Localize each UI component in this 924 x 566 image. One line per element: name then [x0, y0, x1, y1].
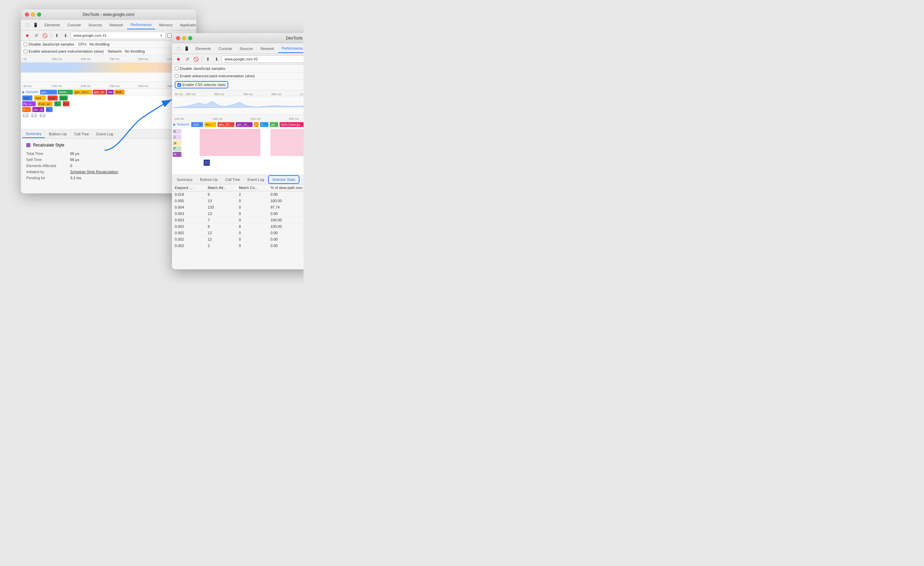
- titlebar-front: DevTools - www.google.com/: [172, 33, 303, 43]
- timeline-tracks-front[interactable]: NET: [172, 96, 303, 115]
- cell-match-att-6: 8: [205, 223, 236, 230]
- net-seg-desk: deskt...: [58, 90, 73, 95]
- enable-css-selector-checkbox[interactable]: Enable CSS selector stats: [177, 83, 226, 87]
- tab-sources-back[interactable]: Sources: [85, 21, 105, 29]
- tab-summary-front[interactable]: Summary: [173, 176, 196, 183]
- titlebar-back: DevTools - www.google.com/: [21, 9, 196, 20]
- col-match-co[interactable]: Match Co...: [236, 184, 268, 191]
- flame-eval: Eval...ipt: [38, 101, 52, 106]
- tab-elements-back[interactable]: Elements: [41, 21, 63, 29]
- flame-label-ja: ja: [172, 140, 182, 146]
- traffic-lights-back[interactable]: [25, 12, 41, 17]
- tab-bottom-up-back[interactable]: Bottom-Up: [45, 130, 70, 138]
- download-btn-front[interactable]: ⬇: [213, 55, 220, 63]
- table-row[interactable]: 0.004 133 0 97.74 .HG1dvd > * Line 58:42…: [172, 204, 303, 211]
- tab-bottom-up-front[interactable]: Bottom-Up: [196, 176, 221, 183]
- screenshot-checkbox-back[interactable]: [167, 33, 172, 38]
- table-row[interactable]: 0.018 6 2 0.00 :root Line 1:1 , Line 1:5…: [172, 191, 303, 198]
- summary-row-pending: Pending for 3.2 ms: [26, 176, 191, 180]
- refresh-btn-back[interactable]: ↺: [32, 32, 40, 39]
- inspect-icon-front[interactable]: ⬚: [175, 45, 182, 52]
- tab-summary-back[interactable]: Summary: [22, 130, 45, 138]
- minimize-button-front[interactable]: [182, 36, 186, 40]
- table-row[interactable]: 0.003 13 0 0.00 a:-webkit-any-link:read-…: [172, 211, 303, 217]
- network-row-back: ▶ Network goo... deskt... gen_204 (... g…: [21, 89, 196, 95]
- tab-call-tree-back[interactable]: Call Tree: [71, 130, 92, 138]
- maximize-button-back[interactable]: [37, 12, 41, 17]
- disable-js-checkbox-back[interactable]: Disable JavaScript samples: [24, 42, 74, 46]
- download-btn-back[interactable]: ⬇: [62, 32, 69, 39]
- toolbar-front: ● ↺ 🚫 ⬆ ⬇ www.google.com #2 ▼ Screenshot…: [172, 54, 303, 65]
- flame-chart-back[interactable]: Task Task Task Task Pa...L Eval...ipt F.…: [21, 95, 196, 129]
- close-button-front[interactable]: [176, 36, 180, 40]
- net-f-gen1: gen_20...: [218, 122, 234, 127]
- tab-elements-front[interactable]: Elements: [192, 45, 214, 53]
- tab-performance-back[interactable]: Performance: [127, 21, 155, 29]
- device-icon[interactable]: 📱: [32, 21, 39, 29]
- tab-event-log-front[interactable]: Event Log: [244, 176, 268, 183]
- sort-arrow-elapsed: ↓: [193, 186, 195, 190]
- tab-application-back[interactable]: Application: [177, 21, 196, 29]
- url-dropdown-icon: ▼: [159, 34, 163, 38]
- tab-event-log-back[interactable]: Event Log: [93, 130, 117, 138]
- table-row[interactable]: 0.003 7 0 100.00 .CqmPRe:active .oXqZxc …: [172, 217, 303, 223]
- col-slow-path[interactable]: % of slow-path non-m...: [268, 184, 303, 191]
- table-row[interactable]: 0.002 12 0 0.00 input[type="search" i] U…: [172, 230, 303, 236]
- tab-console-back[interactable]: Console: [64, 21, 84, 29]
- net-seg-gen204-1: gen_204 (...: [74, 90, 92, 95]
- inspect-icon[interactable]: ⬚: [24, 21, 31, 29]
- close-button-back[interactable]: [25, 12, 29, 17]
- tab-network-front[interactable]: Network: [257, 45, 278, 53]
- table-row[interactable]: 0.002 12 0 0.00 input[type="range" i]:di…: [172, 236, 303, 243]
- cell-match-att-4: 13: [205, 211, 236, 217]
- flame-row-1-back: Task Task Task Task: [21, 95, 196, 101]
- table-row[interactable]: 0.002 2 0 0.00 img:is([sizes="auto" i], …: [172, 243, 303, 249]
- cell-match-co-2: 0: [236, 198, 268, 204]
- clear-btn-front[interactable]: 🚫: [192, 55, 200, 63]
- flame-selected-block[interactable]: [204, 160, 210, 166]
- record-btn-front[interactable]: ●: [175, 55, 182, 63]
- upload-btn-back[interactable]: ⬆: [53, 32, 60, 39]
- minimize-button-back[interactable]: [31, 12, 35, 17]
- device-icon-front[interactable]: 📱: [183, 45, 190, 52]
- table-row[interactable]: 0.002 8 8 100.00 svg:not(:root) Unable t…: [172, 223, 303, 230]
- flame-chart-front[interactable]: K J ja F H (...) gJa: [172, 128, 303, 175]
- cell-match-att-7: 12: [205, 230, 236, 236]
- traffic-lights-front[interactable]: [176, 36, 192, 40]
- cell-slow-path-1: 0.00: [268, 191, 303, 198]
- cpu-track-back: [21, 62, 196, 72]
- tab-performance-front[interactable]: Performance: [278, 44, 303, 53]
- window-title-front: DevTools - www.google.com/: [286, 36, 303, 41]
- col-match-att[interactable]: Match Att...: [205, 184, 236, 191]
- url-bar-front[interactable]: www.google.com #2 ▼: [222, 55, 303, 63]
- tab-sources-front[interactable]: Sources: [236, 45, 256, 53]
- url-bar-back[interactable]: www.google.com #1 ▼: [70, 32, 166, 39]
- tab-call-tree-front[interactable]: Call Tree: [222, 176, 243, 183]
- maximize-button-front[interactable]: [188, 36, 192, 40]
- flame-task-3: Task: [48, 95, 58, 101]
- flame-main-area[interactable]: (...) gJa sJa m... v... (...) —...: [183, 128, 303, 175]
- tab-selector-stats-front[interactable]: Selector Stats: [268, 175, 299, 184]
- cell-match-co-6: 8: [236, 223, 268, 230]
- cell-elapsed-8: 0.002: [172, 236, 205, 243]
- timeline-tracks-back[interactable]: CPU: [21, 62, 196, 82]
- enable-css-selector-stats-container: Enable CSS selector stats: [175, 81, 228, 89]
- enable-paint-checkbox-back[interactable]: Enable advanced paint instrumentation (s…: [24, 49, 104, 53]
- sep1-back: [51, 33, 51, 38]
- tab-console-front[interactable]: Console: [215, 45, 236, 53]
- selector-stats-table-container[interactable]: Elapsed ... ↓ Match Att... Match Co... %…: [172, 184, 303, 269]
- record-btn-back[interactable]: ●: [24, 32, 31, 39]
- tab-network-back[interactable]: Network: [106, 21, 126, 29]
- cell-match-co-5: 0: [236, 217, 268, 223]
- flame-label-F: F: [172, 146, 182, 151]
- table-row[interactable]: 0.005 13 0 100.00 .gb_Uc a Unable to lin…: [172, 198, 303, 204]
- network-label-back: Network: No throttling: [108, 49, 145, 53]
- enable-paint-checkbox-front[interactable]: Enable advanced paint instrumentation (s…: [175, 74, 255, 78]
- net-seg-task: Task: [114, 90, 124, 95]
- upload-btn-front[interactable]: ⬆: [204, 55, 212, 63]
- disable-js-checkbox-front[interactable]: Disable JavaScript samples: [175, 66, 225, 71]
- col-elapsed[interactable]: Elapsed ... ↓: [172, 184, 205, 191]
- refresh-btn-front[interactable]: ↺: [183, 55, 191, 63]
- clear-btn-back[interactable]: 🚫: [41, 32, 48, 39]
- tab-memory-back[interactable]: Memory: [156, 21, 176, 29]
